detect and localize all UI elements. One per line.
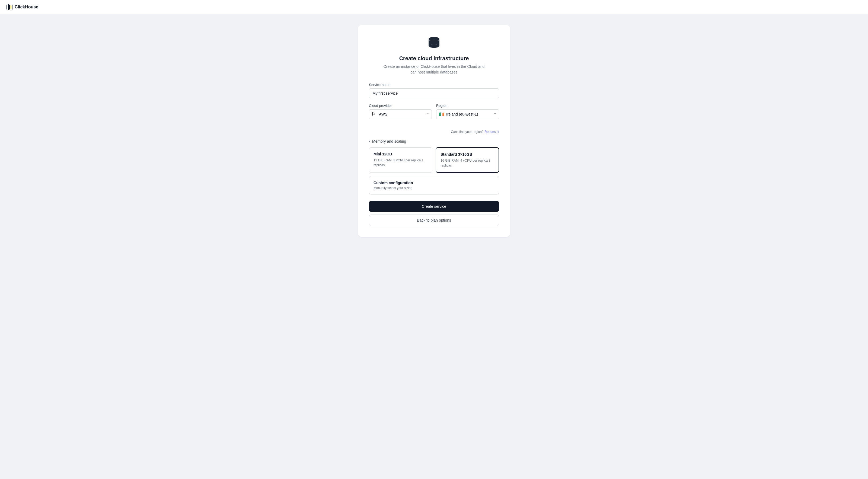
logo-text: ClickHouse [14, 5, 38, 9]
create-service-card: Create cloud infrastructure Create an in… [358, 25, 510, 237]
plan-mini-desc: 12 GiB RAM, 3 vCPU per replica 1 replica… [373, 158, 428, 168]
plan-grid: Mini 12GB 12 GiB RAM, 3 vCPU per replica… [369, 147, 499, 173]
plan-standard-name: Standard 3×16GB [440, 152, 494, 157]
page-title: Create cloud infrastructure [399, 55, 469, 62]
back-to-plan-button[interactable]: Back to plan options [369, 215, 499, 226]
cloud-provider-group: Cloud provider 🏳 AWS GCP Azure ⌃ [369, 104, 432, 119]
memory-scaling-section: ▾ Memory and scaling Mini 12GB 12 GiB RA… [369, 139, 499, 194]
section-label: Memory and scaling [372, 139, 406, 143]
custom-config-name: Custom configuration [373, 181, 495, 185]
service-name-label: Service name [369, 83, 499, 87]
database-icon [427, 36, 441, 51]
svg-point-5 [429, 37, 439, 41]
region-select-wrapper: 🇮🇪 Ireland (eu-west-1) US East (us-east-… [436, 109, 499, 119]
svg-rect-2 [9, 5, 10, 9]
plan-mini-name: Mini 12GB [373, 152, 428, 156]
cloud-provider-select-wrapper: 🏳 AWS GCP Azure ⌃ [369, 109, 432, 119]
region-label: Region [436, 104, 499, 108]
page-subtitle: Create an instance of ClickHouse that li… [383, 64, 485, 75]
region-select[interactable]: Ireland (eu-west-1) US East (us-east-1) … [436, 109, 499, 119]
clickhouse-logo-icon [6, 4, 12, 10]
region-group: Region 🇮🇪 Ireland (eu-west-1) US East (u… [436, 104, 499, 119]
region-note: Can't find your region? Request it [369, 130, 499, 134]
request-region-link[interactable]: Request it [485, 130, 499, 134]
cloud-provider-label: Cloud provider [369, 104, 432, 108]
svg-rect-1 [8, 4, 9, 10]
main-content: Create cloud infrastructure Create an in… [0, 14, 868, 479]
provider-region-row: Cloud provider 🏳 AWS GCP Azure ⌃ Region … [369, 104, 499, 125]
logo[interactable]: ClickHouse [6, 4, 38, 10]
plan-standard[interactable]: Standard 3×16GB 16 GiB RAM, 4 vCPU per r… [436, 147, 499, 173]
svg-rect-0 [6, 5, 7, 9]
service-name-group: Service name [369, 83, 499, 98]
svg-rect-4 [12, 5, 12, 9]
cloud-provider-select[interactable]: AWS GCP Azure [369, 109, 432, 119]
create-service-button[interactable]: Create service [369, 201, 499, 212]
plan-standard-desc: 16 GiB RAM, 4 vCPU per replica 3 replica… [440, 158, 494, 168]
custom-config-card[interactable]: Custom configuration Manually select you… [369, 176, 499, 194]
plan-mini[interactable]: Mini 12GB 12 GiB RAM, 3 vCPU per replica… [369, 147, 432, 173]
custom-config-desc: Manually select your sizing [373, 186, 495, 190]
service-name-input[interactable] [369, 88, 499, 98]
svg-rect-3 [10, 5, 11, 9]
navbar: ClickHouse [0, 0, 868, 14]
memory-scaling-header[interactable]: ▾ Memory and scaling [369, 139, 499, 143]
card-header: Create cloud infrastructure Create an in… [369, 36, 499, 75]
section-chevron-icon: ▾ [369, 139, 371, 143]
